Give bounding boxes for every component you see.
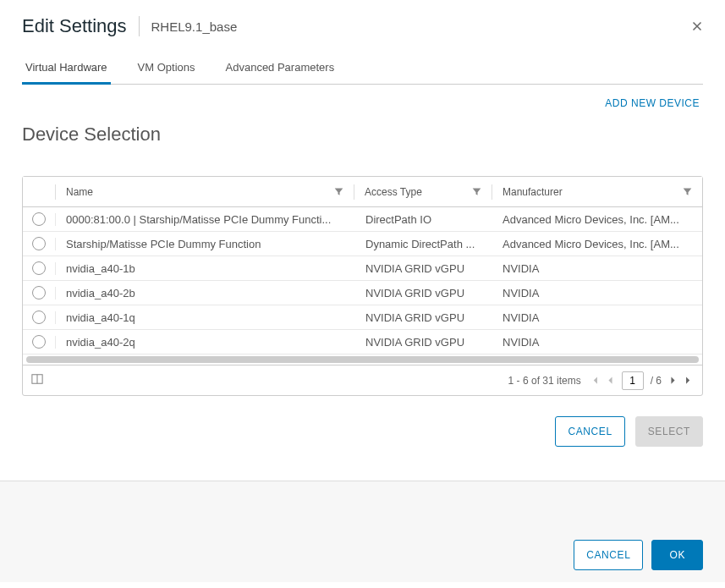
cell-name: nvidia_a40-1b xyxy=(55,262,355,275)
filter-icon[interactable] xyxy=(683,184,692,200)
header-mfr-label: Manufacturer xyxy=(503,186,563,198)
header-name-label: Name xyxy=(66,186,93,198)
table-header: Name Access Type Manufacturer xyxy=(23,177,702,207)
tab-bar: Virtual Hardware VM Options Advanced Par… xyxy=(22,61,703,85)
modal-title: Device Selection xyxy=(22,124,703,146)
row-radio[interactable] xyxy=(32,335,46,349)
cell-access: NVIDIA GRID vGPU xyxy=(355,262,492,275)
tab-vm-options[interactable]: VM Options xyxy=(135,61,199,84)
tab-virtual-hardware[interactable]: Virtual Hardware xyxy=(22,61,111,85)
cell-mfr: NVIDIA xyxy=(492,311,702,324)
cell-name: Starship/Matisse PCIe Dummy Function xyxy=(55,238,355,250)
title-divider xyxy=(139,16,140,36)
row-radio[interactable] xyxy=(32,261,46,275)
page-total: / 6 xyxy=(651,375,662,387)
dialog-footer-buttons: CANCEL OK xyxy=(574,540,703,570)
cell-mfr: NVIDIA xyxy=(492,287,702,299)
table-row[interactable]: nvidia_a40-1b NVIDIA GRID vGPU NVIDIA xyxy=(23,256,702,281)
close-icon[interactable] xyxy=(689,19,705,37)
cell-mfr: Advanced Micro Devices, Inc. [AM... xyxy=(492,213,702,226)
table-row[interactable]: nvidia_a40-2b NVIDIA GRID vGPU NVIDIA xyxy=(23,281,702,305)
horizontal-scrollbar[interactable] xyxy=(23,354,702,365)
dialog-title: Edit Settings xyxy=(22,15,127,37)
row-radio[interactable] xyxy=(32,286,46,299)
last-page-icon[interactable] xyxy=(684,376,694,385)
cell-access: NVIDIA GRID vGPU xyxy=(355,287,492,299)
cell-name: nvidia_a40-2b xyxy=(55,287,355,299)
dialog-header: Edit Settings RHEL9.1_base xyxy=(0,0,725,52)
header-access[interactable]: Access Type xyxy=(354,184,492,200)
filter-icon[interactable] xyxy=(334,184,343,200)
modal-select-button[interactable]: SELECT xyxy=(635,416,703,447)
next-page-icon[interactable] xyxy=(668,376,678,385)
header-name[interactable]: Name xyxy=(56,184,354,200)
edit-cancel-button[interactable]: CANCEL xyxy=(574,540,643,570)
cell-mfr: Advanced Micro Devices, Inc. [AM... xyxy=(492,238,702,250)
cell-mfr: NVIDIA xyxy=(492,336,702,349)
cell-access: DirectPath IO xyxy=(355,213,492,226)
table-row[interactable]: 0000:81:00.0 | Starship/Matisse PCIe Dum… xyxy=(23,207,702,232)
first-page-icon[interactable] xyxy=(590,376,599,385)
row-radio[interactable] xyxy=(32,212,46,226)
row-radio[interactable] xyxy=(32,310,46,324)
device-table: Name Access Type Manufacturer 0000:81:00… xyxy=(22,176,703,396)
cell-access: Dynamic DirectPath ... xyxy=(355,238,492,250)
modal-cancel-button[interactable]: CANCEL xyxy=(555,416,624,447)
cell-mfr: NVIDIA xyxy=(492,262,702,275)
modal-footer: CANCEL SELECT xyxy=(22,416,703,447)
prev-page-icon[interactable] xyxy=(606,376,615,385)
page-input[interactable] xyxy=(622,371,644,390)
cell-name: 0000:81:00.0 | Starship/Matisse PCIe Dum… xyxy=(55,213,355,226)
filter-icon[interactable] xyxy=(472,184,481,200)
cell-access: NVIDIA GRID vGPU xyxy=(355,311,492,324)
pagination: 1 - 6 of 31 items / 6 xyxy=(508,371,694,390)
table-footer: 1 - 6 of 31 items / 6 xyxy=(23,365,702,395)
pagination-summary: 1 - 6 of 31 items xyxy=(508,375,581,387)
device-selection-modal: Device Selection Name Access Type Manufa… xyxy=(0,107,725,467)
header-access-label: Access Type xyxy=(365,186,422,198)
vm-name: RHEL9.1_base xyxy=(151,19,238,34)
edit-ok-button[interactable]: OK xyxy=(651,540,703,570)
table-row[interactable]: Starship/Matisse PCIe Dummy Function Dyn… xyxy=(23,232,702,256)
cell-name: nvidia_a40-2q xyxy=(55,336,355,349)
table-row[interactable]: nvidia_a40-2q NVIDIA GRID vGPU NVIDIA xyxy=(23,330,702,354)
tab-advanced-parameters[interactable]: Advanced Parameters xyxy=(222,61,338,84)
cell-access: NVIDIA GRID vGPU xyxy=(355,336,492,349)
column-toggle-icon[interactable] xyxy=(31,373,43,387)
table-row[interactable]: nvidia_a40-1q NVIDIA GRID vGPU NVIDIA xyxy=(23,305,702,330)
header-manufacturer[interactable]: Manufacturer xyxy=(492,184,702,200)
cell-name: nvidia_a40-1q xyxy=(55,311,355,324)
row-radio[interactable] xyxy=(32,237,46,250)
